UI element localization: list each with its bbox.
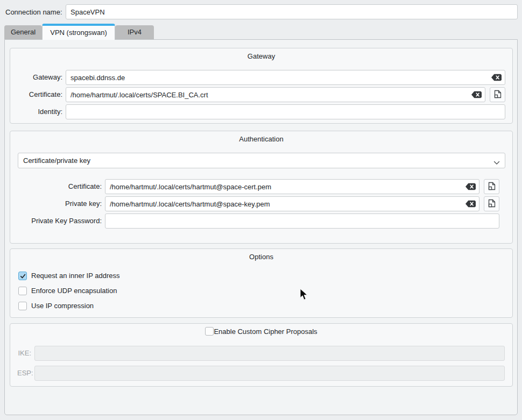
auth-method-select[interactable]: Certificate/private key xyxy=(18,153,505,168)
file-icon xyxy=(488,182,496,192)
file-icon xyxy=(494,90,502,100)
clear-field-icon[interactable] xyxy=(465,183,476,190)
checkbox-label: Request an inner IP address xyxy=(31,272,120,280)
checkbox-enforce-udp[interactable] xyxy=(18,287,27,295)
checkmark-icon xyxy=(19,273,26,280)
gateway-row: Gateway: xyxy=(17,70,505,85)
esp-label: ESP: xyxy=(17,366,31,381)
private-key-password-label: Private Key Password: xyxy=(17,213,102,229)
gateway-field-label: Gateway: xyxy=(17,70,62,85)
clear-field-icon[interactable] xyxy=(491,74,502,81)
clear-field-icon[interactable] xyxy=(471,91,482,98)
enforce-udp-row: Enforce UDP encapsulation xyxy=(18,287,117,295)
request-inner-ip-row: Request an inner IP address xyxy=(18,272,120,280)
gateway-section-title: Gateway xyxy=(10,52,512,60)
authentication-section-title: Authentication xyxy=(10,135,512,143)
esp-row: ESP: xyxy=(17,366,505,381)
ca-certificate-file-picker-button[interactable] xyxy=(490,87,505,102)
options-section: Options Request an inner IP address Enfo… xyxy=(10,248,513,318)
checkbox-label: Enable Custom Cipher Proposals xyxy=(214,328,317,336)
clear-field-icon[interactable] xyxy=(465,201,476,208)
tab-general[interactable]: General xyxy=(4,25,42,39)
certificate-field-label: Certificate: xyxy=(17,87,62,102)
user-certificate-label: Certificate: xyxy=(17,179,102,194)
enable-custom-ciphers-row: Enable Custom Cipher Proposals xyxy=(10,327,512,336)
user-certificate-input[interactable] xyxy=(105,179,479,194)
checkbox-use-ip-compression[interactable] xyxy=(18,302,27,310)
ike-label: IKE: xyxy=(17,346,31,361)
identity-field-label: Identity: xyxy=(17,104,62,119)
checkbox-request-inner-ip[interactable] xyxy=(18,272,27,280)
private-key-row: Private key: xyxy=(17,196,499,211)
gateway-section: Gateway Gateway: Certificate: xyxy=(10,48,513,124)
esp-input xyxy=(34,366,505,381)
private-key-password-row: Private Key Password: xyxy=(17,213,499,229)
options-section-title: Options xyxy=(10,253,512,261)
gateway-input[interactable] xyxy=(66,70,505,85)
private-key-label: Private key: xyxy=(17,196,102,211)
private-key-file-picker-button[interactable] xyxy=(484,196,499,211)
checkbox-label: Enforce UDP encapsulation xyxy=(31,287,117,295)
connection-name-label: Connection name: xyxy=(5,8,62,16)
authentication-section: Authentication Certificate/private key C… xyxy=(10,131,513,244)
user-certificate-row: Certificate: xyxy=(17,179,499,194)
ike-row: IKE: xyxy=(17,346,505,361)
ike-input xyxy=(34,346,505,361)
connection-name-input[interactable] xyxy=(66,4,518,19)
checkbox-enable-custom-cipher-proposals[interactable] xyxy=(205,327,214,336)
cipher-proposals-section: Enable Custom Cipher Proposals IKE: ESP: xyxy=(10,323,513,387)
user-certificate-file-picker-button[interactable] xyxy=(484,179,499,194)
private-key-password-input[interactable] xyxy=(105,213,499,229)
tab-content-frame: Gateway Gateway: Certificate: xyxy=(4,39,518,415)
checkbox-label: Use IP compression xyxy=(31,302,94,310)
ca-certificate-input[interactable] xyxy=(66,87,485,102)
identity-input[interactable] xyxy=(66,104,505,119)
chevron-down-icon xyxy=(493,159,500,163)
ip-compression-row: Use IP compression xyxy=(18,302,94,310)
tab-ipv4[interactable]: IPv4 xyxy=(115,25,154,39)
identity-row: Identity: xyxy=(17,104,505,119)
auth-method-selected-value: Certificate/private key xyxy=(18,156,493,165)
ca-certificate-row: Certificate: xyxy=(17,87,505,102)
private-key-input[interactable] xyxy=(105,196,479,211)
file-icon xyxy=(488,199,496,209)
tab-vpn-strongswan[interactable]: VPN (strongswan) xyxy=(42,24,115,40)
